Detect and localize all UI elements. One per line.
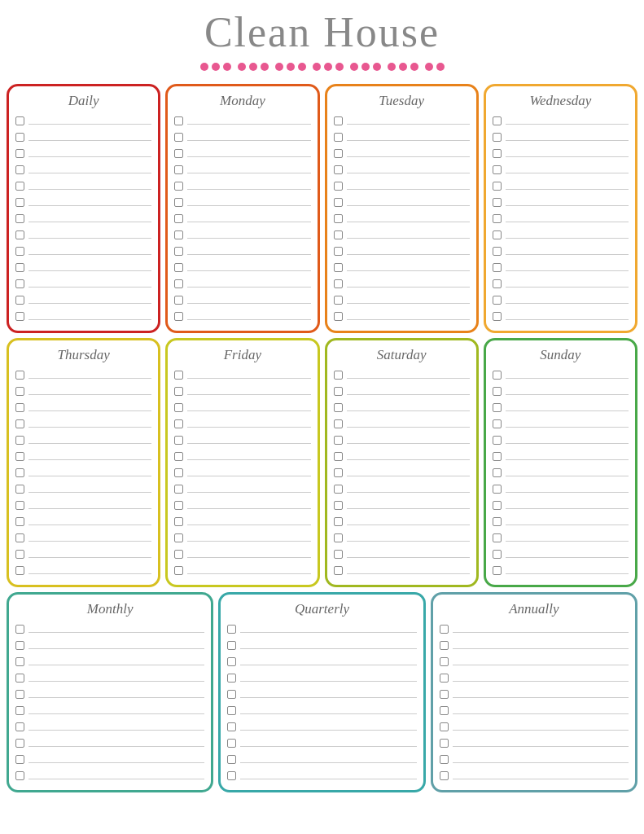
- checkbox[interactable]: [15, 149, 24, 158]
- checkbox[interactable]: [334, 517, 343, 526]
- checkbox[interactable]: [227, 690, 236, 699]
- checkbox[interactable]: [15, 230, 24, 239]
- checkbox[interactable]: [15, 722, 24, 731]
- checkbox[interactable]: [15, 566, 24, 575]
- checkbox[interactable]: [493, 501, 502, 510]
- checkbox[interactable]: [493, 452, 502, 461]
- checkbox[interactable]: [174, 533, 183, 542]
- checkbox[interactable]: [493, 116, 502, 125]
- checkbox[interactable]: [334, 230, 343, 239]
- checkbox[interactable]: [227, 674, 236, 683]
- checkbox[interactable]: [440, 739, 449, 748]
- checkbox[interactable]: [227, 755, 236, 764]
- checkbox[interactable]: [334, 133, 343, 142]
- checkbox[interactable]: [15, 625, 24, 634]
- checkbox[interactable]: [334, 436, 343, 445]
- checkbox[interactable]: [227, 771, 236, 780]
- checkbox[interactable]: [334, 485, 343, 494]
- checkbox[interactable]: [174, 566, 183, 575]
- checkbox[interactable]: [15, 739, 24, 748]
- checkbox[interactable]: [174, 371, 183, 380]
- checkbox[interactable]: [174, 387, 183, 396]
- checkbox[interactable]: [334, 550, 343, 559]
- checkbox[interactable]: [15, 755, 24, 764]
- checkbox[interactable]: [334, 279, 343, 288]
- checkbox[interactable]: [15, 436, 24, 445]
- checkbox[interactable]: [493, 296, 502, 305]
- checkbox[interactable]: [334, 452, 343, 461]
- checkbox[interactable]: [227, 706, 236, 715]
- checkbox[interactable]: [174, 214, 183, 223]
- checkbox[interactable]: [227, 657, 236, 666]
- checkbox[interactable]: [334, 419, 343, 428]
- checkbox[interactable]: [15, 312, 24, 321]
- checkbox[interactable]: [227, 722, 236, 731]
- checkbox[interactable]: [15, 296, 24, 305]
- checkbox[interactable]: [493, 279, 502, 288]
- checkbox[interactable]: [174, 501, 183, 510]
- checkbox[interactable]: [174, 182, 183, 191]
- checkbox[interactable]: [174, 452, 183, 461]
- checkbox[interactable]: [15, 133, 24, 142]
- checkbox[interactable]: [15, 263, 24, 272]
- checkbox[interactable]: [334, 501, 343, 510]
- checkbox[interactable]: [174, 403, 183, 412]
- checkbox[interactable]: [15, 641, 24, 650]
- checkbox[interactable]: [174, 149, 183, 158]
- checkbox[interactable]: [493, 566, 502, 575]
- checkbox[interactable]: [174, 436, 183, 445]
- checkbox[interactable]: [174, 263, 183, 272]
- checkbox[interactable]: [174, 550, 183, 559]
- checkbox[interactable]: [440, 657, 449, 666]
- checkbox[interactable]: [440, 690, 449, 699]
- checkbox[interactable]: [493, 533, 502, 542]
- checkbox[interactable]: [15, 116, 24, 125]
- checkbox[interactable]: [15, 214, 24, 223]
- checkbox[interactable]: [440, 755, 449, 764]
- checkbox[interactable]: [493, 419, 502, 428]
- checkbox[interactable]: [440, 625, 449, 634]
- checkbox[interactable]: [174, 485, 183, 494]
- checkbox[interactable]: [493, 198, 502, 207]
- checkbox[interactable]: [334, 149, 343, 158]
- checkbox[interactable]: [174, 230, 183, 239]
- checkbox[interactable]: [15, 371, 24, 380]
- checkbox[interactable]: [174, 279, 183, 288]
- checkbox[interactable]: [227, 641, 236, 650]
- checkbox[interactable]: [493, 182, 502, 191]
- checkbox[interactable]: [15, 674, 24, 683]
- checkbox[interactable]: [174, 419, 183, 428]
- checkbox[interactable]: [227, 739, 236, 748]
- checkbox[interactable]: [174, 468, 183, 477]
- checkbox[interactable]: [15, 279, 24, 288]
- checkbox[interactable]: [227, 625, 236, 634]
- checkbox[interactable]: [15, 247, 24, 256]
- checkbox[interactable]: [15, 387, 24, 396]
- checkbox[interactable]: [334, 312, 343, 321]
- checkbox[interactable]: [493, 468, 502, 477]
- checkbox[interactable]: [440, 706, 449, 715]
- checkbox[interactable]: [440, 771, 449, 780]
- checkbox[interactable]: [334, 116, 343, 125]
- checkbox[interactable]: [334, 247, 343, 256]
- checkbox[interactable]: [15, 550, 24, 559]
- checkbox[interactable]: [493, 247, 502, 256]
- checkbox[interactable]: [493, 214, 502, 223]
- checkbox[interactable]: [493, 436, 502, 445]
- checkbox[interactable]: [15, 468, 24, 477]
- checkbox[interactable]: [493, 149, 502, 158]
- checkbox[interactable]: [334, 214, 343, 223]
- checkbox[interactable]: [174, 198, 183, 207]
- checkbox[interactable]: [493, 133, 502, 142]
- checkbox[interactable]: [493, 371, 502, 380]
- checkbox[interactable]: [174, 312, 183, 321]
- checkbox[interactable]: [174, 133, 183, 142]
- checkbox[interactable]: [493, 485, 502, 494]
- checkbox[interactable]: [15, 452, 24, 461]
- checkbox[interactable]: [493, 165, 502, 174]
- checkbox[interactable]: [334, 371, 343, 380]
- checkbox[interactable]: [15, 182, 24, 191]
- checkbox[interactable]: [15, 517, 24, 526]
- checkbox[interactable]: [15, 706, 24, 715]
- checkbox[interactable]: [15, 690, 24, 699]
